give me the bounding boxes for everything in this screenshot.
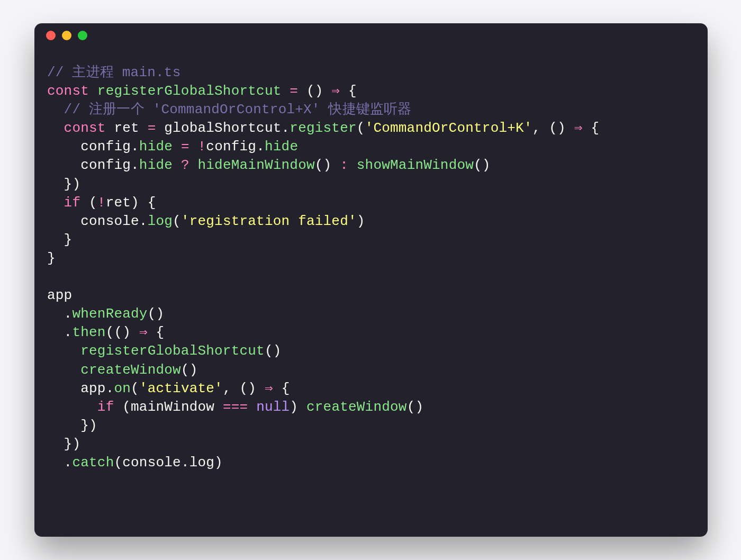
call-createWindow: createWindow — [306, 399, 407, 415]
op-eq: === — [223, 399, 248, 415]
str-reg-failed: 'registration failed' — [181, 213, 357, 229]
obj-console-2: console — [122, 455, 181, 471]
punc-parens: () — [306, 83, 323, 99]
var-ret-2: ret — [106, 195, 131, 211]
obj-config-2: config — [206, 139, 256, 155]
prop-hide-2: hide — [265, 139, 298, 155]
prop-hide-3: hide — [139, 157, 173, 173]
comment-file-header: // 主进程 main.ts — [47, 65, 180, 80]
obj-config-3: config — [80, 157, 131, 173]
obj-globalShortcut: globalShortcut — [164, 120, 281, 136]
method-register: register — [290, 120, 356, 136]
minimize-icon[interactable] — [62, 31, 71, 40]
fn-registerGlobalShortcut: registerGlobalShortcut — [97, 83, 282, 99]
op-assign: = — [290, 83, 298, 99]
maximize-icon[interactable] — [78, 31, 87, 40]
method-catch: catch — [72, 455, 114, 471]
prop-log-ref: log — [189, 455, 214, 471]
obj-config: config — [80, 139, 131, 155]
var-mainWindow: mainWindow — [131, 399, 214, 415]
lit-null: null — [256, 399, 290, 415]
fn-createWindow: createWindow — [80, 362, 181, 378]
var-ret: ret — [114, 120, 139, 136]
method-log: log — [148, 213, 173, 229]
kw-const-2: const — [64, 120, 106, 136]
fn-hideMainWindow: hideMainWindow — [198, 157, 315, 173]
prop-hide: hide — [139, 139, 173, 155]
call-registerGlobalShortcut: registerGlobalShortcut — [80, 343, 265, 359]
obj-console: console — [80, 213, 139, 229]
op-ternary-q: ? — [181, 157, 189, 173]
str-shortcut-key: 'CommandOrControl+K' — [365, 120, 532, 136]
str-activate: 'activate' — [139, 381, 223, 396]
op-ternary-c: : — [340, 157, 348, 173]
window-titlebar — [34, 23, 708, 48]
obj-app-2: app — [80, 381, 105, 396]
fn-showMainWindow: showMainWindow — [357, 157, 474, 173]
method-on: on — [114, 381, 131, 396]
comment-shortcut: // 注册一个 'CommandOrControl+X' 快捷键监听器 — [64, 102, 412, 118]
method-whenReady: whenReady — [72, 306, 147, 322]
code-block: // 主进程 main.ts const registerGlobalShort… — [34, 48, 708, 485]
code-window: // 主进程 main.ts const registerGlobalShort… — [34, 23, 708, 537]
op-not: ! — [198, 139, 206, 155]
arrow-icon: ⇒ — [331, 83, 340, 99]
close-icon[interactable] — [46, 31, 56, 40]
obj-app: app — [47, 287, 72, 303]
kw-const: const — [47, 83, 89, 99]
method-then: then — [72, 324, 105, 340]
kw-if-2: if — [97, 399, 114, 415]
kw-if: if — [64, 195, 81, 211]
